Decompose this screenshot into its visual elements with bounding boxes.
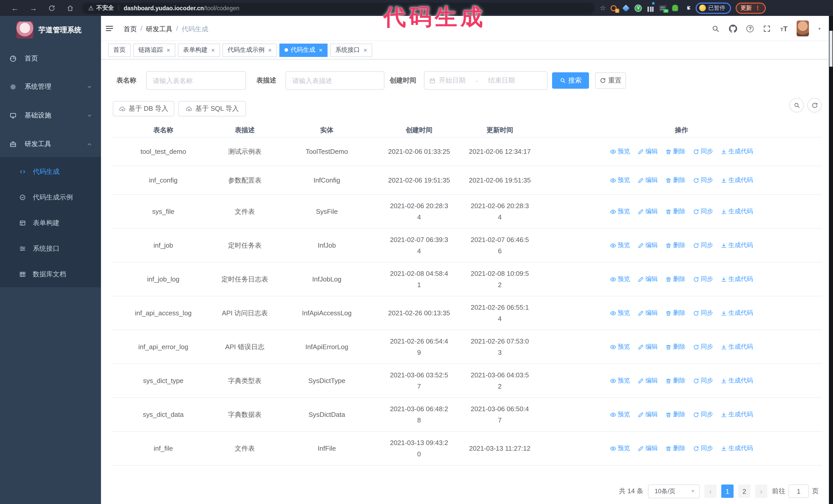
delete-link[interactable]: 删除 — [665, 275, 685, 284]
extension-icon-gem[interactable] — [622, 4, 630, 12]
start-date-placeholder[interactable]: 开始日期 — [439, 76, 466, 85]
preview-link[interactable]: 预览 — [610, 207, 630, 216]
page-button-1[interactable]: 1 — [721, 484, 734, 498]
delete-link[interactable]: 删除 — [665, 176, 685, 185]
generate-code-link[interactable]: 生成代码 — [721, 241, 753, 250]
table-desc-input[interactable] — [286, 71, 384, 90]
sidebar-item-codegen-example[interactable]: 代码生成示例 — [0, 185, 101, 210]
sidebar-item-devtools[interactable]: 研发工具 — [0, 131, 101, 157]
scrollbar-track[interactable] — [829, 16, 833, 504]
page-size-select[interactable]: 10条/页 ▼ — [648, 484, 700, 498]
delete-link[interactable]: 删除 — [665, 444, 685, 453]
generate-code-link[interactable]: 生成代码 — [721, 275, 753, 284]
preview-link[interactable]: 预览 — [610, 147, 630, 156]
edit-link[interactable]: 编辑 — [638, 342, 658, 351]
prev-page-button[interactable]: ‹ — [704, 484, 717, 498]
refresh-table-button[interactable] — [807, 98, 822, 112]
delete-link[interactable]: 删除 — [665, 147, 685, 156]
avatar-caret-icon[interactable]: ▾ — [818, 26, 821, 31]
sync-link[interactable]: 同步 — [693, 207, 713, 216]
generate-code-link[interactable]: 生成代码 — [721, 342, 753, 351]
sync-link[interactable]: 同步 — [693, 147, 713, 156]
edit-link[interactable]: 编辑 — [638, 309, 658, 317]
close-icon[interactable]: × — [211, 46, 215, 54]
close-icon[interactable]: × — [319, 46, 323, 54]
tab-codegen[interactable]: 代码生成× — [279, 43, 328, 57]
tab-system-api[interactable]: 系统接口× — [330, 43, 372, 57]
import-db-button[interactable]: 基于 DB 导入 — [113, 101, 174, 116]
generate-code-link[interactable]: 生成代码 — [721, 309, 753, 317]
sidebar-item-system[interactable]: 系统管理 — [0, 74, 101, 99]
preview-link[interactable]: 预览 — [610, 376, 630, 385]
address-bar[interactable]: ⚠ 不安全 dashboard.yudao.iocoder.cn/tool/co… — [82, 2, 595, 14]
delete-link[interactable]: 删除 — [665, 342, 685, 351]
generate-code-link[interactable]: 生成代码 — [721, 176, 753, 185]
search-icon[interactable] — [712, 24, 720, 32]
edit-link[interactable]: 编辑 — [638, 444, 658, 453]
sidebar-item-codegen[interactable]: 代码生成 — [0, 159, 101, 185]
github-icon[interactable] — [729, 24, 737, 32]
edit-link[interactable]: 编辑 — [638, 176, 658, 185]
table-name-input[interactable] — [146, 71, 246, 90]
breadcrumb-home[interactable]: 首页 — [123, 25, 137, 34]
preview-link[interactable]: 预览 — [610, 176, 630, 185]
delete-link[interactable]: 删除 — [665, 309, 685, 317]
sync-link[interactable]: 同步 — [693, 444, 713, 453]
extension-icon-1[interactable]: 1 — [610, 4, 617, 12]
scrollbar-thumb[interactable] — [829, 31, 832, 67]
logo-row[interactable]: 芋道管理系统 — [0, 16, 101, 39]
preview-link[interactable]: 预览 — [610, 241, 630, 250]
help-icon[interactable]: ? — [747, 25, 754, 32]
extension-icon-green[interactable] — [671, 4, 679, 12]
browser-update-button[interactable]: 更新 ⋮ — [735, 2, 766, 14]
next-page-button[interactable]: › — [755, 484, 767, 498]
sync-link[interactable]: 同步 — [693, 275, 713, 284]
delete-link[interactable]: 删除 — [665, 376, 685, 385]
preview-link[interactable]: 预览 — [610, 410, 630, 419]
generate-code-link[interactable]: 生成代码 — [721, 444, 753, 453]
generate-code-link[interactable]: 生成代码 — [721, 207, 753, 216]
preview-link[interactable]: 预览 — [610, 275, 630, 284]
sidebar-item-system-api[interactable]: 系统接口 — [0, 236, 101, 262]
sync-link[interactable]: 同步 — [693, 376, 713, 385]
close-icon[interactable]: × — [167, 46, 170, 54]
close-icon[interactable]: × — [363, 46, 367, 54]
breadcrumb-devtools[interactable]: 研发工具 — [146, 25, 172, 34]
hamburger-icon[interactable] — [105, 24, 114, 33]
extensions-puzzle-icon[interactable] — [684, 4, 691, 12]
profile-paused-pill[interactable]: 已暂停 — [695, 2, 731, 14]
import-sql-button[interactable]: 基于 SQL 导入 — [178, 101, 246, 116]
bookmark-star-icon[interactable]: ☆ — [600, 4, 606, 12]
sidebar-item-form-builder[interactable]: 表单构建 — [0, 210, 101, 236]
tab-home[interactable]: 首页 — [108, 43, 131, 57]
goto-page-input[interactable] — [788, 484, 809, 498]
extension-icon-columns[interactable] — [647, 4, 654, 12]
search-button[interactable]: 搜索 — [552, 72, 589, 89]
edit-link[interactable]: 编辑 — [638, 241, 658, 250]
extension-icon-on[interactable]: on — [659, 4, 667, 12]
end-date-placeholder[interactable]: 结束日期 — [488, 76, 515, 85]
edit-link[interactable]: 编辑 — [638, 207, 658, 216]
font-size-icon[interactable]: TT — [781, 24, 788, 32]
sync-link[interactable]: 同步 — [693, 309, 713, 317]
kebab-menu-icon[interactable]: ⋮ — [755, 5, 760, 11]
sync-link[interactable]: 同步 — [693, 410, 713, 419]
sync-link[interactable]: 同步 — [693, 176, 713, 185]
page-button-2[interactable]: 2 — [738, 484, 751, 498]
generate-code-link[interactable]: 生成代码 — [721, 147, 753, 156]
toggle-search-button[interactable] — [789, 98, 804, 112]
tab-tracing[interactable]: 链路追踪× — [133, 43, 175, 57]
delete-link[interactable]: 删除 — [665, 410, 685, 419]
edit-link[interactable]: 编辑 — [638, 376, 658, 385]
home-icon[interactable] — [64, 2, 77, 14]
tab-form-builder[interactable]: 表单构建× — [178, 43, 220, 57]
edit-link[interactable]: 编辑 — [638, 275, 658, 284]
sidebar-item-db-doc[interactable]: 数据库文档 — [0, 262, 101, 287]
preview-link[interactable]: 预览 — [610, 444, 630, 453]
delete-link[interactable]: 删除 — [665, 241, 685, 250]
reset-button[interactable]: 重置 — [595, 72, 626, 89]
edit-link[interactable]: 编辑 — [638, 410, 658, 419]
fullscreen-icon[interactable] — [763, 24, 771, 32]
back-icon[interactable]: ← — [8, 2, 22, 14]
generate-code-link[interactable]: 生成代码 — [721, 376, 753, 385]
